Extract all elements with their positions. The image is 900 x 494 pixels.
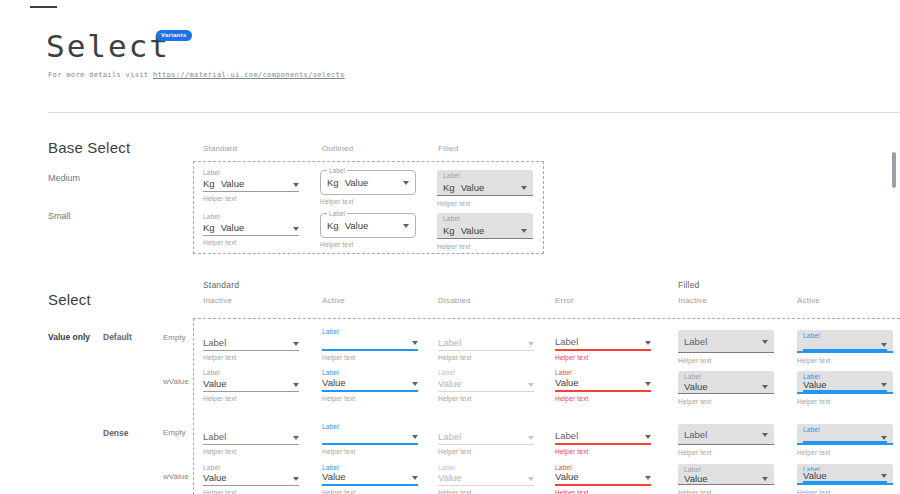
select-standard-error-empty-dense[interactable]: Label Helper text: [555, 422, 651, 455]
select-float-label: [438, 327, 534, 337]
dropdown-arrow-icon: [521, 229, 527, 233]
dropdown-arrow-icon: [528, 436, 534, 440]
base-select-filled-small[interactable]: Label Kg Value Helper text: [437, 213, 533, 250]
base-select-outlined-medium[interactable]: Label Kg Value Helper text: [320, 170, 416, 205]
select-placeholder-label: Label: [684, 337, 758, 347]
select-float-label: [555, 327, 651, 337]
dropdown-arrow-icon: [521, 186, 527, 190]
helper-text: Helper text: [438, 489, 534, 494]
select-placeholder-label: Label: [203, 432, 289, 442]
select-standard-active-empty[interactable]: Label Helper text: [322, 327, 418, 361]
helper-text: Helper text: [797, 398, 893, 405]
select-value-row: Label: [684, 426, 768, 444]
select-value: Value: [461, 183, 517, 193]
select-value-row: Value: [555, 473, 651, 486]
helper-text: Helper text: [203, 395, 299, 402]
helper-text: Helper text: [555, 395, 651, 402]
select-standard-disabled-wvalue-dense[interactable]: Label Value Helper text: [438, 463, 534, 494]
select-standard-disabled-empty-dense[interactable]: Label Helper text: [438, 422, 534, 455]
select-value: Value: [345, 178, 399, 188]
select-value-row: Kg Value: [203, 222, 299, 236]
base-select-standard-medium[interactable]: Label Kg Value Helper text: [203, 168, 299, 202]
docs-link[interactable]: https://material-ui.com/components/selec…: [153, 71, 345, 79]
select-float-label: [438, 422, 534, 432]
row-default-wvalue: wValue: [163, 377, 189, 386]
select-standard-error-empty[interactable]: Label Helper text: [555, 327, 651, 361]
select-float-label: Label: [803, 373, 887, 380]
vertical-scrollbar-thumb[interactable]: [892, 152, 896, 188]
subtitle: For more details visit https://material-…: [48, 71, 345, 79]
base-select-outlined-small[interactable]: Label Kg Value Helper text: [320, 213, 416, 248]
helper-text: Helper text: [797, 489, 893, 494]
select-placeholder-label: Label: [684, 430, 758, 440]
helper-text: Helper text: [320, 198, 416, 205]
select-label: Label: [443, 172, 527, 180]
select-states-dashed-frame: [193, 318, 900, 494]
select-value-row: Value: [203, 378, 299, 392]
helper-text: Helper text: [322, 354, 418, 361]
select-value-row: Value: [803, 471, 887, 483]
select-filled-active-empty-dense[interactable]: Label Helper text: [797, 424, 893, 456]
filled-box: Label: [678, 424, 774, 445]
dropdown-arrow-icon: [412, 341, 418, 345]
select-float-label: [203, 327, 299, 337]
select-standard-inactive-wvalue[interactable]: Label Value Helper text: [203, 368, 299, 402]
variants-badge: Variants: [156, 30, 192, 41]
select-value-row: [322, 432, 418, 445]
select-value-row: Value: [684, 474, 768, 484]
select-filled-inactive-empty[interactable]: Label Helper text: [678, 330, 774, 364]
base-select-standard-small[interactable]: Label Kg Value Helper text: [203, 212, 299, 246]
select-value-row: Value: [684, 381, 768, 393]
helper-text: Helper text: [797, 357, 893, 364]
select-standard-inactive-empty[interactable]: Label Helper text: [203, 327, 299, 361]
row-default-empty: Empty: [163, 333, 186, 342]
dropdown-arrow-icon: [528, 477, 534, 481]
dropdown-arrow-icon: [293, 477, 299, 481]
select-value: Value: [684, 382, 758, 392]
helper-text: Helper text: [203, 354, 299, 361]
select-value: Value: [461, 226, 517, 236]
select-filled-active-wvalue-dense[interactable]: Label Value Helper text: [797, 464, 893, 494]
select-filled-inactive-empty-dense[interactable]: Label Helper text: [678, 424, 774, 456]
dropdown-arrow-icon: [293, 227, 299, 231]
select-value: Value: [438, 379, 524, 389]
dropdown-arrow-icon: [762, 477, 768, 481]
helper-text: Helper text: [203, 239, 299, 246]
select-value-row: Label: [684, 332, 768, 352]
select-adornment: Kg: [203, 223, 215, 233]
select-standard-active-wvalue[interactable]: Label Value Helper text: [322, 368, 418, 402]
dropdown-arrow-icon: [762, 385, 768, 389]
dropdown-arrow-icon: [412, 435, 418, 439]
select-value: Value: [684, 474, 758, 484]
select-filled-active-empty[interactable]: Label Helper text: [797, 330, 893, 364]
select-standard-error-wvalue-dense[interactable]: Label Value Helper text: [555, 463, 651, 494]
select-standard-disabled-wvalue[interactable]: Label Value Helper text: [438, 368, 534, 402]
select-value: Value: [203, 473, 289, 483]
select-float-label: Label: [684, 466, 768, 474]
select-standard-inactive-wvalue-dense[interactable]: Label Value Helper text: [203, 463, 299, 494]
select-standard-active-wvalue-dense[interactable]: Label Value Helper text: [322, 463, 418, 494]
select-standard-disabled-empty[interactable]: Label Helper text: [438, 327, 534, 361]
dropdown-arrow-icon: [645, 382, 651, 386]
base-column-outlined: Outlined: [322, 144, 353, 153]
helper-text: Helper text: [678, 357, 774, 364]
select-standard-error-wvalue[interactable]: Label Value Helper text: [555, 368, 651, 402]
helper-text: Helper text: [678, 449, 774, 456]
column-standard-active: Active: [322, 296, 345, 305]
filled-box: Label Kg Value: [437, 213, 533, 239]
select-filled-inactive-wvalue[interactable]: Label Value Helper text: [678, 371, 774, 405]
base-select-filled-medium[interactable]: Label Kg Value Helper text: [437, 170, 533, 207]
select-value: Value: [803, 471, 877, 481]
select-standard-inactive-empty-dense[interactable]: Label Helper text: [203, 422, 299, 455]
dropdown-arrow-icon: [881, 436, 887, 440]
select-adornment: Kg: [443, 183, 455, 193]
helper-text: Helper text: [437, 243, 533, 250]
select-filled-inactive-wvalue-dense[interactable]: Label Value Helper text: [678, 464, 774, 494]
select-value-row: Kg Value: [443, 180, 527, 195]
select-filled-active-wvalue[interactable]: Label Value Helper text: [797, 371, 893, 405]
select-standard-active-empty-dense[interactable]: Label Helper text: [322, 422, 418, 455]
select-adornment: Kg: [443, 226, 455, 236]
select-value-row: Label: [438, 337, 534, 351]
select-value: Value: [322, 378, 408, 388]
select-states-heading: Select: [48, 291, 91, 308]
